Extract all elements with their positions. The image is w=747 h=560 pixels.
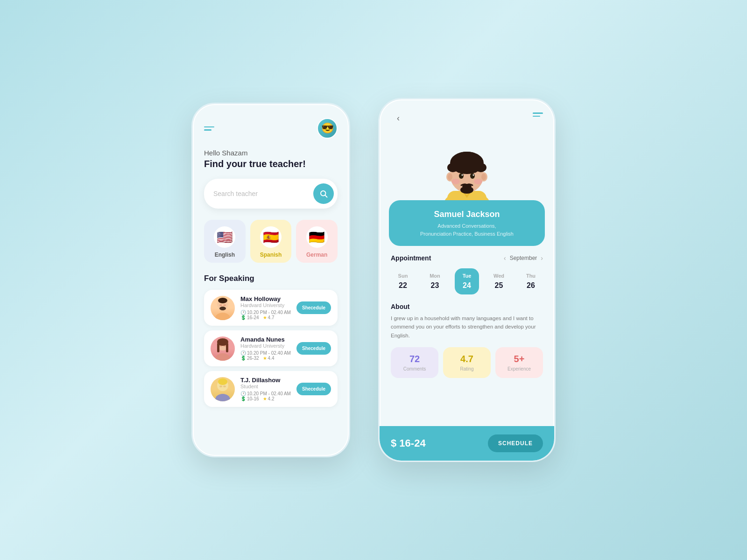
cal-day-name-mon: Mon <box>430 273 440 279</box>
teacher-rating-1: ★ 4.7 <box>263 315 275 320</box>
teacher-avatar-1 <box>211 296 235 320</box>
teacher-meta-2: 🕐 10.20 PM - 02.40 AM <box>240 350 291 356</box>
german-flag: 🇩🇪 <box>306 226 328 248</box>
teacher-price-meta-3: 💲 10-16 ★ 4.2 <box>240 396 291 401</box>
user-avatar[interactable]: 😎 <box>317 118 338 139</box>
svg-point-17 <box>219 385 222 387</box>
avatar-emoji: 😎 <box>321 122 334 134</box>
cal-day-num-wed: 25 <box>495 281 503 290</box>
spanish-flag: 🇪🇸 <box>260 226 282 248</box>
teacher-name-2: Amanda Nunes <box>240 336 291 343</box>
bottom-bar: $ 16-24 SCHEDULE <box>380 426 554 461</box>
svg-point-28 <box>448 174 452 180</box>
svg-point-37 <box>470 173 475 179</box>
teacher-info-3: T.J. Dillashow Student 🕐 10.20 PM - 02.4… <box>240 377 291 401</box>
about-text: I grew up in a household with many langu… <box>391 314 543 340</box>
schedule-btn-2[interactable]: Shecedule <box>296 342 331 355</box>
teacher-meta-3: 🕐 10.20 PM - 02.40 AM <box>240 391 291 396</box>
tagline-text: Find your true teacher! <box>204 159 338 169</box>
svg-point-7 <box>218 298 227 303</box>
svg-line-1 <box>325 195 327 197</box>
teacher-card-3[interactable]: T.J. Dillashow Student 🕐 10.20 PM - 02.4… <box>204 371 338 407</box>
right-phone: ‹ <box>378 98 556 462</box>
teacher-meta-1: 🕐 10.20 PM - 02.40 AM <box>240 310 291 315</box>
teacher-time-1: 🕐 10.20 PM - 02.40 AM <box>240 310 291 315</box>
svg-point-6 <box>219 307 226 310</box>
next-month-btn[interactable]: › <box>541 254 543 262</box>
clock-icon-3: 🕐 <box>240 391 246 396</box>
menu-icon-right[interactable] <box>533 112 543 117</box>
menu-icon[interactable] <box>204 126 214 131</box>
teacher-price-meta-1: 💲 16-24 ★ 4.7 <box>240 315 291 320</box>
stat-comments: 72 Comments <box>391 347 438 378</box>
profile-name: Samuel Jackson <box>398 210 536 219</box>
stat-rating-label: Rating <box>448 366 486 371</box>
schedule-big-button[interactable]: SCHEDULE <box>488 434 543 452</box>
stat-comments-value: 72 <box>395 354 434 364</box>
cal-day-thu[interactable]: Thu 26 <box>519 268 543 294</box>
svg-point-32 <box>447 163 458 172</box>
cal-day-name-thu: Thu <box>526 273 536 279</box>
teacher-time-3: 🕐 10.20 PM - 02.40 AM <box>240 391 291 396</box>
stat-rating: 4.7 Rating <box>443 347 491 378</box>
svg-point-38 <box>462 175 463 176</box>
lang-card-german[interactable]: 🇩🇪 German <box>296 220 338 263</box>
teacher-rating-3: ★ 4.2 <box>263 396 275 401</box>
english-flag: 🇺🇸 <box>214 226 235 248</box>
schedule-btn-1[interactable]: Shecedule <box>296 301 331 314</box>
clock-icon-1: 🕐 <box>240 310 246 315</box>
language-cards: 🇺🇸 English 🇪🇸 Spanish 🇩🇪 German <box>204 220 338 263</box>
teacher-uni-2: Hardvard Universty <box>240 343 291 349</box>
cal-day-name-tue: Tue <box>463 273 472 279</box>
teacher-rating-2: ★ 4.4 <box>263 356 275 361</box>
english-label: English <box>215 252 235 258</box>
svg-point-41 <box>460 186 473 194</box>
teacher-name-3: T.J. Dillashow <box>240 377 291 384</box>
teacher-price-1: 💲 16-24 <box>240 315 259 320</box>
star-icon-3: ★ <box>263 396 267 401</box>
spanish-label: Spanish <box>260 252 282 258</box>
svg-point-16 <box>215 394 230 401</box>
cal-day-wed[interactable]: Wed 25 <box>487 268 511 294</box>
cal-day-mon[interactable]: Mon 23 <box>423 268 447 294</box>
svg-point-34 <box>451 179 460 184</box>
teacher-card-1[interactable]: Max Holloway Hardvard Universty 🕐 10.20 … <box>204 290 338 326</box>
svg-point-9 <box>215 353 230 361</box>
schedule-btn-3[interactable]: Shecedule <box>296 383 331 395</box>
about-title: About <box>391 303 543 310</box>
svg-point-19 <box>218 378 227 385</box>
cal-day-num-tue: 24 <box>463 281 471 290</box>
cal-day-tue[interactable]: Tue 24 <box>455 268 479 294</box>
stat-rating-value: 4.7 <box>448 354 486 364</box>
appointment-header: Appointment ‹ September › <box>391 254 543 262</box>
teacher-avatar-3 <box>211 377 235 401</box>
svg-point-36 <box>459 173 464 179</box>
svg-point-35 <box>474 179 482 184</box>
search-button[interactable] <box>313 183 334 204</box>
cal-day-name-wed: Wed <box>493 273 504 279</box>
lang-card-english[interactable]: 🇺🇸 English <box>204 220 246 263</box>
teacher-list: Max Holloway Hardvard Universty 🕐 10.20 … <box>204 290 338 407</box>
search-bar[interactable]: Search teacher <box>204 179 338 209</box>
svg-point-33 <box>475 163 486 172</box>
cal-day-name-sun: Sun <box>398 273 408 279</box>
month-label: September <box>510 255 537 261</box>
prev-month-btn[interactable]: ‹ <box>504 254 506 262</box>
teacher-price-3: 💲 10-16 <box>240 396 259 401</box>
teacher-card-2[interactable]: Amanda Nunes Hardvard Universty 🕐 10.20 … <box>204 330 338 366</box>
section-title: For Speaking <box>204 274 338 283</box>
stat-comments-label: Comments <box>395 366 434 371</box>
profile-skills: Advanced Conversations,Pronunciation Pra… <box>398 222 536 238</box>
appointment-title: Appointment <box>391 254 431 262</box>
cal-day-sun[interactable]: Sun 22 <box>391 268 415 294</box>
svg-point-39 <box>473 175 474 176</box>
teacher-name-1: Max Holloway <box>240 295 291 302</box>
clock-icon-2: 🕐 <box>240 350 246 356</box>
month-nav: ‹ September › <box>504 254 543 262</box>
svg-point-4 <box>219 304 222 306</box>
search-input[interactable]: Search teacher <box>213 190 313 197</box>
teacher-price-meta-2: 💲 26-32 ★ 4.4 <box>240 356 291 361</box>
left-header: 😎 <box>204 118 338 139</box>
teacher-price-2: 💲 26-32 <box>240 356 259 361</box>
lang-card-spanish[interactable]: 🇪🇸 Spanish <box>250 220 292 263</box>
